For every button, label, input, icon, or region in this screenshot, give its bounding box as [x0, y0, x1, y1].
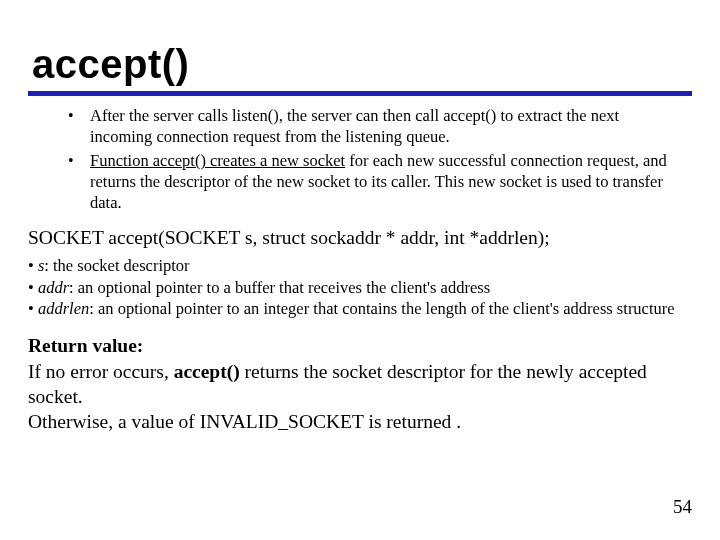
- param-s: • s: the socket descriptor: [28, 255, 692, 276]
- return-value-block: Return value: If no error occurs, accept…: [28, 333, 692, 434]
- param-addr-desc: : an optional pointer to a buffer that r…: [69, 278, 490, 297]
- return-label: Return value:: [28, 333, 692, 358]
- param-addrlen-name: addrlen: [38, 299, 89, 318]
- page-number: 54: [673, 496, 692, 518]
- param-addr-name: addr: [38, 278, 69, 297]
- return-success: If no error occurs, accept() returns the…: [28, 359, 692, 410]
- bullet-1: After the server calls listen(), the ser…: [68, 106, 684, 147]
- param-addr: • addr: an optional pointer to a buffer …: [28, 277, 692, 298]
- bullet-2-underlined: Function accept() creates a new socket: [90, 151, 345, 170]
- parameter-list: • s: the socket descriptor • addr: an op…: [28, 255, 692, 319]
- return-success-a: If no error occurs,: [28, 361, 174, 382]
- return-success-fn: accept(): [174, 361, 240, 382]
- param-s-desc: : the socket descriptor: [44, 256, 189, 275]
- param-addrlen-desc: : an optional pointer to an integer that…: [89, 299, 674, 318]
- param-addrlen: • addrlen: an optional pointer to an int…: [28, 298, 692, 319]
- bullet-2: Function accept() creates a new socket f…: [68, 151, 684, 213]
- title-underline: [28, 91, 692, 96]
- slide-title: accept(): [32, 42, 692, 87]
- slide: accept() After the server calls listen()…: [0, 0, 720, 540]
- return-failure: Otherwise, a value of INVALID_SOCKET is …: [28, 409, 692, 434]
- intro-bullets: After the server calls listen(), the ser…: [28, 106, 692, 213]
- function-signature: SOCKET accept(SOCKET s, struct sockaddr …: [28, 227, 692, 249]
